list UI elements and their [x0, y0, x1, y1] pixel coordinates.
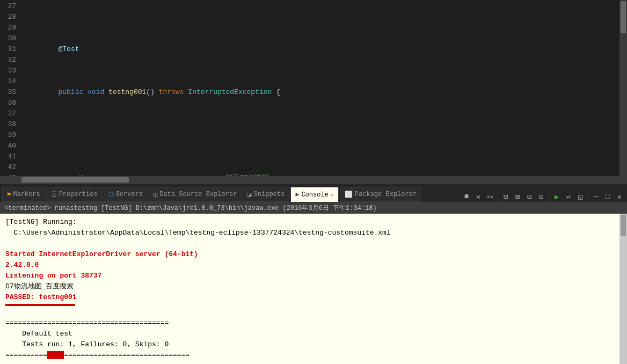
line-num: 33 [4, 65, 16, 76]
tab-markers-label: Markers [13, 191, 40, 198]
console-scrollbar[interactable] [619, 214, 627, 364]
editor-area: 27 28 29 30 31 32 33 34 35 36 37 38 39 4… [0, 0, 627, 176]
tab-snippets[interactable]: ◪ Snippets [243, 187, 289, 202]
line-num: 36 [4, 98, 16, 108]
editor-scrollbar-thumb[interactable] [621, 1, 626, 33]
equals-end: ============================== [64, 351, 189, 359]
kw-throws: throws [159, 88, 184, 96]
code-content[interactable]: @Test public void testng001() throws Int… [20, 0, 619, 176]
close-view-btn[interactable]: ✕ [614, 191, 625, 202]
method-testng001: testng001 [108, 88, 146, 96]
remove-btn[interactable]: ✕ [473, 191, 484, 202]
console-line-g7: G7物流地图_百度搜索 [5, 281, 614, 292]
tab-console[interactable]: ► Console ✕ [290, 187, 339, 202]
line-num: 37 [4, 108, 16, 119]
horizontal-scrollbar[interactable] [0, 176, 627, 184]
console-line-redbar [5, 304, 614, 306]
line-num: 43 [4, 173, 16, 176]
terminate-btn[interactable]: ■ [461, 191, 472, 202]
console-line-empty [5, 238, 614, 249]
comment-30: //----------------------------------打开IE… [58, 174, 411, 176]
scroll-lock-btn[interactable]: ⊟ [500, 191, 511, 202]
line-num: 27 [4, 1, 16, 12]
line-num: 38 [4, 119, 16, 130]
kw-public: public [58, 88, 83, 96]
remove-all-btn[interactable]: ✕✕ [485, 191, 495, 202]
markers-icon: ⚑ [7, 191, 11, 199]
line-num: 30 [4, 33, 16, 44]
line-num: 40 [4, 141, 16, 151]
bottom-tab-bar: ⚑ Markers ☰ Properties ⬡ Servers ◫ Data … [0, 184, 627, 202]
code-line-28: public void testng001() throws Interrupt… [25, 76, 615, 87]
console-close-icon: ✕ [331, 192, 334, 198]
equals-start: ========== [5, 351, 47, 359]
line-num: 42 [4, 162, 16, 173]
console-line-default: Default test [5, 329, 614, 339]
tab-markers[interactable]: ⚑ Markers [2, 187, 45, 202]
console-line-tests-run: Tests run: 1, Failures: 0, Skips: 0 [5, 339, 614, 350]
new-console-btn[interactable]: ⊡ [524, 191, 535, 202]
run-btn[interactable]: ▶ [551, 191, 562, 202]
line-num: 29 [4, 23, 16, 33]
console-line-equals2: ==========████==========================… [5, 350, 614, 361]
console-status-text: <terminated> runastestng [TestNG] D:\zmh… [4, 203, 377, 213]
line-num: 31 [4, 44, 16, 55]
line-num: 39 [4, 130, 16, 141]
type-interrupted: InterruptedException [188, 88, 272, 96]
separator3 [588, 192, 588, 201]
line-num: 34 [4, 76, 16, 87]
servers-icon: ⬡ [108, 191, 114, 199]
code-line-30: //----------------------------------打开IE… [25, 162, 615, 173]
tab-snippets-label: Snippets [254, 191, 285, 198]
properties-icon: ☰ [51, 191, 57, 199]
console-line-1: [TestNG] Running: [5, 217, 614, 228]
separator1 [498, 192, 498, 201]
passed-label: PASSED: testng001 [5, 293, 77, 301]
console-line-empty2 [5, 307, 614, 318]
separator2 [549, 192, 549, 201]
console-info-bar: <terminated> runastestng [TestNG] D:\zmh… [0, 202, 627, 214]
console-toolbar: ■ ✕ ✕✕ ⊟ ⊞ ⊡ ⊡ ▶ ↩ ◱ ─ □ ✕ [461, 191, 625, 202]
line-num: 28 [4, 12, 16, 23]
line-num: 32 [4, 55, 16, 65]
kw-void: void [88, 88, 104, 96]
new-console2-btn[interactable]: ⊡ [536, 191, 546, 202]
min-btn[interactable]: ─ [590, 191, 601, 202]
tab-properties[interactable]: ☰ Properties [46, 187, 103, 202]
tab-package-label: Package Explorer [355, 191, 417, 198]
pin-btn[interactable]: ⊞ [512, 191, 523, 202]
console-output: [TestNG] Running: C:\Users\Administrator… [0, 214, 619, 364]
code-line-27: @Test [25, 33, 615, 44]
main-layout: 27 28 29 30 31 32 33 34 35 36 37 38 39 4… [0, 0, 627, 364]
console-line-started: Started InternetExplorerDriver server (6… [5, 249, 614, 260]
console-line-version: 2.42.0.0 [5, 260, 614, 271]
back-btn[interactable]: ↩ [563, 191, 574, 202]
tab-package[interactable]: ⬜ Package Explorer [340, 187, 421, 202]
annotation-test: @Test [58, 45, 79, 53]
line-num: 41 [4, 151, 16, 162]
equals-red: ████ [47, 351, 64, 359]
snippets-icon: ◪ [247, 191, 251, 199]
max-btn[interactable]: □ [602, 191, 613, 202]
console-icon: ► [295, 191, 299, 199]
console-line-listening: Listening on port 38737 [5, 271, 614, 281]
console-line-2: C:\Users\Administrator\AppData\Local\Tem… [5, 228, 614, 238]
console-line-equals1: ======================================= [5, 318, 614, 329]
tab-datasource[interactable]: ◫ Data Source Explorer [149, 187, 242, 202]
code-line-29 [25, 119, 615, 130]
tab-console-label: Console [301, 191, 328, 199]
line-num: 35 [4, 87, 16, 98]
h-scrollbar-thumb[interactable] [21, 177, 129, 183]
line-numbers: 27 28 29 30 31 32 33 34 35 36 37 38 39 4… [0, 0, 20, 176]
tab-datasource-label: Data Source Explorer [159, 191, 237, 198]
bottom-area: [TestNG] Running: C:\Users\Administrator… [0, 214, 627, 364]
red-progress-bar [5, 304, 75, 306]
tab-servers-label: Servers [116, 191, 143, 198]
tab-servers[interactable]: ⬡ Servers [104, 187, 148, 202]
editor-scrollbar[interactable] [619, 0, 627, 176]
external-btn[interactable]: ◱ [575, 191, 586, 202]
tab-properties-label: Properties [59, 191, 98, 198]
datasource-icon: ◫ [154, 191, 157, 199]
console-line-passed: PASSED: testng001 [5, 292, 614, 303]
console-scrollbar-thumb[interactable] [621, 215, 626, 236]
